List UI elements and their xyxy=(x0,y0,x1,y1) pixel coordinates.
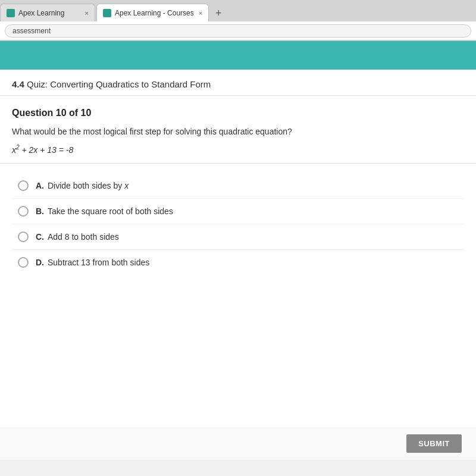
answer-label-a: A. xyxy=(36,181,44,190)
browser-chrome: Apex Learning × Apex Learning - Courses … xyxy=(0,0,476,41)
page-wrapper: 4.4 Quiz: Converting Quadratics to Stand… xyxy=(0,41,476,460)
tab-label-2: Apex Learning - Courses xyxy=(115,9,194,17)
tab-close-1[interactable]: × xyxy=(80,10,89,17)
address-bar-row: assessment xyxy=(0,21,476,40)
answer-option-d[interactable]: D. Subtract 13 from both sides xyxy=(12,250,464,275)
question-section: Question 10 of 10 What would be the most… xyxy=(0,96,476,164)
quiz-title-text: Converting Quadratics to Standard Form xyxy=(50,79,211,89)
quiz-type: Quiz: xyxy=(27,79,50,89)
question-text: What would be the most logical first ste… xyxy=(12,126,464,138)
answer-text-b: Take the square root of both sides xyxy=(48,206,173,216)
answer-text-a: Divide both sides by x xyxy=(48,181,129,190)
tab-close-2[interactable]: × xyxy=(194,10,202,17)
teal-header-bar xyxy=(0,41,476,70)
answer-option-c[interactable]: C. Add 8 to both sides xyxy=(12,224,464,250)
tab-favicon-1 xyxy=(7,9,15,17)
equation: x2 + 2x + 13 = -8 xyxy=(12,144,464,155)
address-bar[interactable]: assessment xyxy=(5,24,471,37)
tab-label-1: Apex Learning xyxy=(18,9,64,17)
answer-label-d: D. xyxy=(36,258,44,267)
tab-bar: Apex Learning × Apex Learning - Courses … xyxy=(0,0,476,21)
page-content: 4.4 Quiz: Converting Quadratics to Stand… xyxy=(0,41,476,460)
tab-apex-learning[interactable]: Apex Learning × xyxy=(0,4,95,21)
answer-option-b[interactable]: B. Take the square root of both sides xyxy=(12,199,464,224)
answer-option-a[interactable]: A. Divide both sides by x xyxy=(12,173,464,199)
tab-apex-learning-courses[interactable]: Apex Learning - Courses × xyxy=(96,4,209,21)
radio-a[interactable] xyxy=(18,180,29,191)
radio-b[interactable] xyxy=(18,206,29,217)
submit-bar: SUBMIT xyxy=(0,427,476,460)
tab-favicon-2 xyxy=(103,9,111,17)
answers-section: A. Divide both sides by x B. Take the sq… xyxy=(0,164,476,284)
new-tab-button[interactable]: + xyxy=(210,5,227,21)
radio-c[interactable] xyxy=(18,231,29,242)
answer-text-d: Subtract 13 from both sides xyxy=(48,258,149,267)
quiz-section: 4.4 xyxy=(12,79,27,89)
quiz-title: 4.4 Quiz: Converting Quadratics to Stand… xyxy=(12,79,211,89)
question-counter: Question 10 of 10 xyxy=(12,108,464,118)
submit-button[interactable]: SUBMIT xyxy=(406,434,462,453)
answer-text-c: Add 8 to both sides xyxy=(48,232,119,242)
quiz-header: 4.4 Quiz: Converting Quadratics to Stand… xyxy=(0,70,476,96)
radio-d[interactable] xyxy=(18,257,29,268)
answer-label-b: B. xyxy=(36,206,44,216)
answer-label-c: C. xyxy=(36,232,44,242)
